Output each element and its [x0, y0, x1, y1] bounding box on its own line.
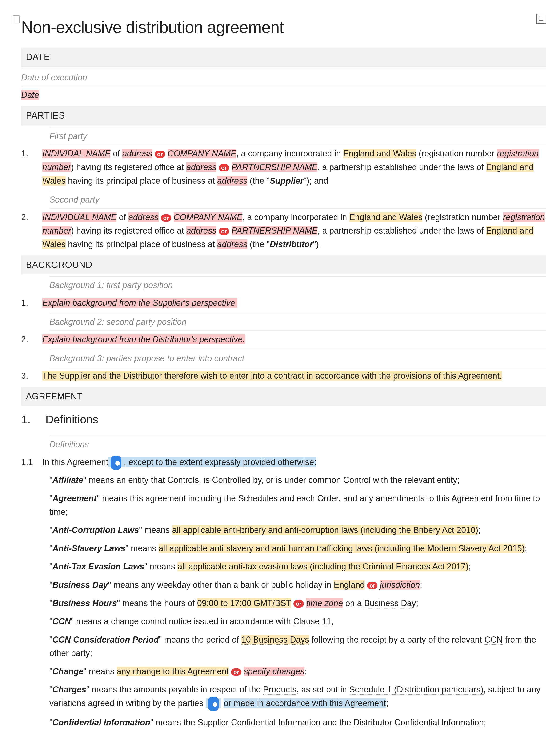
- section-agreement-header: AGREEMENT: [21, 387, 546, 406]
- party-row-1: 1. INDIVIDAL NAME of address or COMPANY …: [21, 147, 546, 187]
- bg-2-number: 2.: [21, 332, 35, 346]
- bg3-sublabel: Background 3: parties propose to enter i…: [49, 349, 546, 367]
- date-field[interactable]: Date: [21, 88, 546, 102]
- def-bday: "Business Day" means any weekday other t…: [49, 578, 546, 592]
- first-party-sublabel: First party: [49, 127, 546, 145]
- clause-number: 1.1: [21, 455, 35, 469]
- def-change: "Change" means any change to this Agreem…: [49, 665, 546, 678]
- clause-1-1: 1.1 In this Agreement , except to the ex…: [21, 455, 546, 470]
- bg1-sublabel: Background 1: first party position: [49, 276, 546, 294]
- second-party-sublabel: Second party: [49, 191, 546, 208]
- date-sublabel: Date of execution: [21, 69, 546, 87]
- bg-1-number: 1.: [21, 296, 35, 310]
- page-icon: [13, 15, 19, 23]
- def-confinfo: "Confidential Information" means the Sup…: [49, 716, 546, 729]
- bg-row-1: 1. Explain background from the Supplier'…: [21, 296, 546, 310]
- or-pill[interactable]: or: [155, 151, 165, 158]
- or-pill[interactable]: or: [161, 214, 171, 221]
- definitions-sublabel: Definitions: [49, 436, 546, 453]
- section-parties-header: PARTIES: [21, 106, 546, 125]
- or-pill[interactable]: or: [293, 600, 304, 607]
- def-affiliate: "Affiliate" means an entity that Control…: [49, 473, 546, 487]
- def-anticorr: "Anti-Corruption Laws" means all applica…: [49, 523, 546, 537]
- def-ccncp: "CCN Consideration Period" means the per…: [49, 633, 546, 660]
- toggle-switch[interactable]: [111, 456, 121, 470]
- or-pill[interactable]: or: [219, 164, 229, 171]
- page-title: Non-exclusive distribution agreement: [21, 14, 546, 40]
- bg-3-text[interactable]: The Supplier and the Distributor therefo…: [42, 371, 502, 381]
- toggle-switch[interactable]: [208, 697, 219, 711]
- party-1-text: INDIVIDAL NAME of address or COMPANY NAM…: [42, 147, 546, 187]
- party-row-2: 2. INDIVIDUAL NAME of address or COMPANY…: [21, 210, 546, 251]
- def-bhours: "Business Hours" means the hours of 09:0…: [49, 596, 546, 610]
- or-pill[interactable]: or: [219, 228, 229, 235]
- bg-row-3: 3. The Supplier and the Distributor ther…: [21, 369, 546, 383]
- or-pill[interactable]: or: [367, 582, 378, 589]
- def-antislavery: "Anti-Slavery Laws" means all applicable…: [49, 542, 546, 555]
- def-antitax: "Anti-Tax Evasion Laws" means all applic…: [49, 560, 546, 573]
- def-ccn: "CCN" means a change control notice issu…: [49, 615, 546, 628]
- section-date-header: DATE: [21, 47, 546, 67]
- clause-intro: In this Agreement , except to the extent…: [42, 455, 316, 470]
- outline-icon[interactable]: [537, 14, 546, 23]
- or-pill[interactable]: or: [231, 669, 242, 676]
- definitions-heading: 1. Definitions: [21, 411, 546, 429]
- bg-2-text[interactable]: Explain background from the Distributor'…: [42, 334, 245, 344]
- bg-3-number: 3.: [21, 369, 35, 383]
- def-agreement: "Agreement" means this agreement includi…: [49, 491, 546, 519]
- party-1-number: 1.: [21, 147, 35, 160]
- def-charges: "Charges" means the amounts payable in r…: [49, 683, 546, 711]
- bg-1-text[interactable]: Explain background from the Supplier's p…: [42, 298, 238, 308]
- section-background-header: BACKGROUND: [21, 256, 546, 275]
- bg2-sublabel: Background 2: second party position: [49, 313, 546, 331]
- party-2-text: INDIVIDUAL NAME of address or COMPANY NA…: [42, 210, 546, 251]
- party-2-number: 2.: [21, 210, 35, 224]
- bg-row-2: 2. Explain background from the Distribut…: [21, 332, 546, 346]
